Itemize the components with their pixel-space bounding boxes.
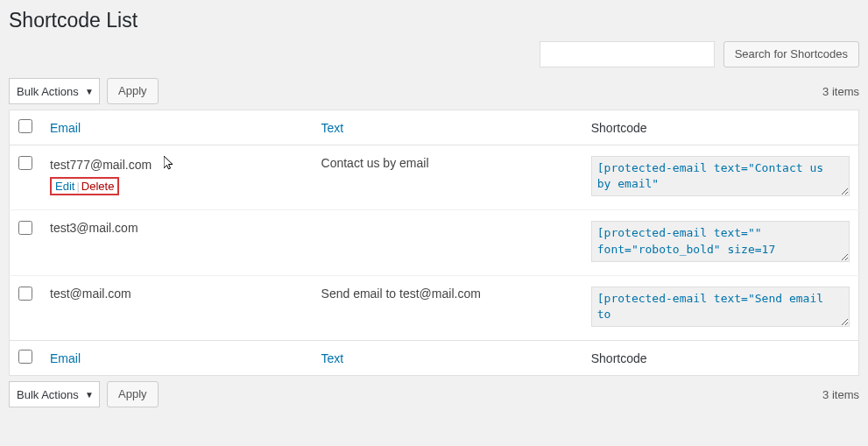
- row-email: test777@mail.com: [50, 158, 152, 172]
- search-input[interactable]: [540, 41, 715, 67]
- table-row: test@mail.com Send email to test@mail.co…: [10, 275, 859, 340]
- shortcode-table: Email Text Shortcode test777@mail.com Ed…: [9, 110, 859, 376]
- select-all-bottom[interactable]: [18, 350, 32, 364]
- column-header-email[interactable]: Email: [50, 121, 81, 135]
- select-all-top[interactable]: [18, 119, 32, 133]
- row-email: test3@mail.com: [50, 221, 138, 235]
- page-title: Shortcode List: [9, 9, 859, 32]
- bulk-actions-select-top[interactable]: Bulk Actions: [9, 78, 100, 104]
- row-checkbox[interactable]: [18, 156, 32, 170]
- column-footer-shortcode: Shortcode: [591, 351, 647, 365]
- column-header-shortcode: Shortcode: [591, 121, 647, 135]
- row-text: Contact us by email: [321, 156, 429, 170]
- row-email: test@mail.com: [50, 287, 131, 301]
- cursor-icon: [164, 156, 174, 171]
- tablenav-top: Bulk Actions Apply 3 items: [9, 78, 859, 104]
- row-text: Send email to test@mail.com: [321, 287, 481, 301]
- bulk-actions-select-bottom[interactable]: Bulk Actions: [9, 381, 100, 407]
- search-button[interactable]: Search for Shortcodes: [723, 41, 859, 67]
- tablenav-bottom: Bulk Actions Apply 3 items: [9, 381, 859, 407]
- shortcode-textarea[interactable]: [591, 287, 850, 327]
- delete-link[interactable]: Delete: [81, 180, 115, 193]
- row-checkbox[interactable]: [18, 221, 32, 235]
- column-header-text[interactable]: Text: [321, 121, 344, 135]
- column-footer-text[interactable]: Text: [321, 351, 344, 365]
- search-bar: Search for Shortcodes: [9, 41, 859, 67]
- column-footer-email[interactable]: Email: [50, 351, 81, 365]
- apply-button-top[interactable]: Apply: [107, 78, 159, 104]
- items-count-top: 3 items: [822, 85, 859, 98]
- shortcode-textarea[interactable]: [591, 156, 850, 196]
- row-actions-highlight: Edit|Delete: [50, 177, 119, 195]
- table-row: test3@mail.com: [10, 210, 859, 275]
- row-checkbox[interactable]: [18, 287, 32, 301]
- shortcode-textarea[interactable]: [591, 221, 850, 261]
- edit-link[interactable]: Edit: [55, 180, 74, 193]
- items-count-bottom: 3 items: [822, 388, 859, 401]
- apply-button-bottom[interactable]: Apply: [107, 381, 159, 407]
- table-row: test777@mail.com Edit|Delete Contact us …: [10, 145, 859, 210]
